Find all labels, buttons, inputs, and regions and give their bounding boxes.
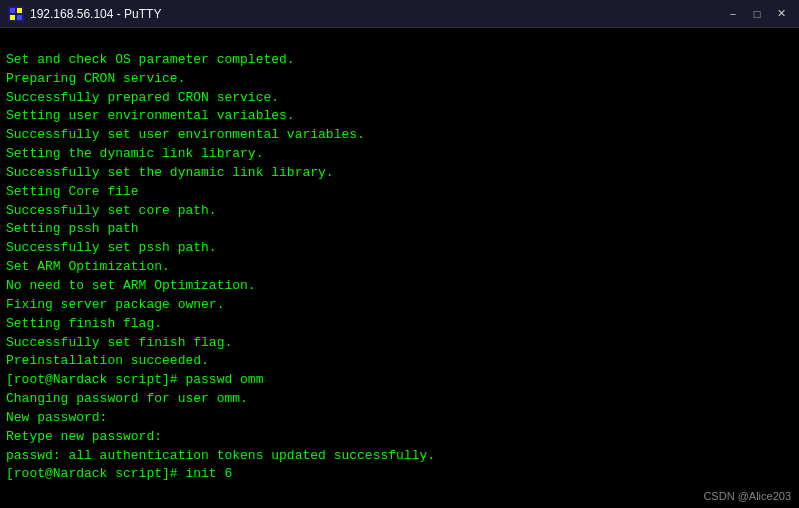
terminal-line: Setting pssh path xyxy=(6,220,793,239)
svg-rect-3 xyxy=(10,15,15,20)
svg-rect-1 xyxy=(10,8,15,13)
minimize-button[interactable]: − xyxy=(723,6,743,22)
terminal-line: Fixing server package owner. xyxy=(6,296,793,315)
watermark: CSDN @Alice203 xyxy=(703,490,791,502)
terminal-line: Changing password for user omm. xyxy=(6,390,793,409)
terminal-line: Setting finish flag. xyxy=(6,315,793,334)
terminal-line: Successfully set finish flag. xyxy=(6,334,793,353)
terminal-line: Set and check OS parameter completed. xyxy=(6,51,793,70)
terminal-line: [root@Nardack script]# passwd omm xyxy=(6,371,793,390)
terminal-line: Preparing CRON service. xyxy=(6,70,793,89)
terminal-line: [root@Nardack script]# init 6 xyxy=(6,465,793,484)
title-bar: 192.168.56.104 - PuTTY − □ ✕ xyxy=(0,0,799,28)
terminal-output: Set and check OS parameter completed.Pre… xyxy=(0,28,799,508)
terminal-line: Set ARM Optimization. xyxy=(6,258,793,277)
terminal-line: Successfully set user environmental vari… xyxy=(6,126,793,145)
terminal-line: passwd: all authentication tokens update… xyxy=(6,447,793,466)
terminal-line: Successfully set core path. xyxy=(6,202,793,221)
close-button[interactable]: ✕ xyxy=(771,6,791,22)
window-title: 192.168.56.104 - PuTTY xyxy=(30,7,161,21)
title-bar-controls: − □ ✕ xyxy=(723,6,791,22)
title-bar-left: 192.168.56.104 - PuTTY xyxy=(8,6,161,22)
terminal-line: Successfully set the dynamic link librar… xyxy=(6,164,793,183)
terminal-line: Successfully set pssh path. xyxy=(6,239,793,258)
svg-rect-4 xyxy=(17,15,22,20)
terminal-line: Setting the dynamic link library. xyxy=(6,145,793,164)
putty-icon xyxy=(8,6,24,22)
terminal-line: Setting user environmental variables. xyxy=(6,107,793,126)
terminal-line: Successfully prepared CRON service. xyxy=(6,89,793,108)
terminal-line: New password: xyxy=(6,409,793,428)
terminal-line: No need to set ARM Optimization. xyxy=(6,277,793,296)
terminal-line: Retype new password: xyxy=(6,428,793,447)
terminal-line: Preinstallation succeeded. xyxy=(6,352,793,371)
svg-rect-2 xyxy=(17,8,22,13)
maximize-button[interactable]: □ xyxy=(747,6,767,22)
terminal-line: Setting Core file xyxy=(6,183,793,202)
